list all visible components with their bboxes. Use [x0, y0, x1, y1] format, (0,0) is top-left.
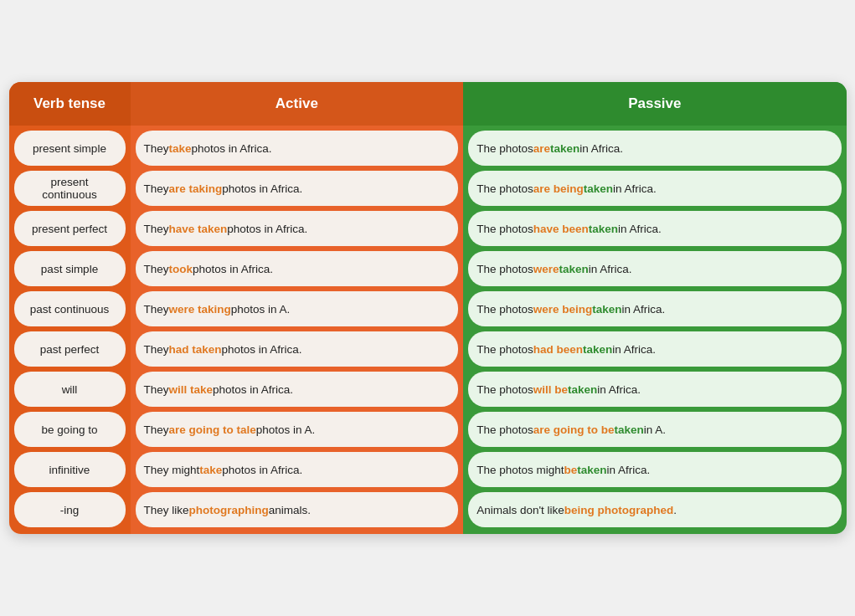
verb-tense-header: Verb tense — [9, 82, 131, 126]
passive-cell: The photos are taken in Africa. — [468, 131, 841, 166]
active-cell: They had taken photos in Africa. — [136, 331, 459, 367]
verb-tense-cell: past perfect — [14, 331, 126, 367]
active-header: Active — [131, 82, 464, 126]
passive-cell: The photos had been taken in Africa. — [468, 331, 841, 367]
verb-tense-cell: be going to — [14, 412, 126, 447]
passive-cell: The photos are being taken in Africa. — [468, 171, 841, 206]
active-cell: They like photographing animals. — [136, 492, 459, 527]
active-cells: They take photos in Africa.They are taki… — [131, 126, 464, 534]
verb-tense-cell: -ing — [14, 492, 126, 527]
verb-tense-cell: present continuous — [14, 171, 126, 206]
passive-cell: The photos might be taken in Africa. — [468, 452, 841, 487]
active-cell: They took photos in Africa. — [136, 251, 459, 286]
verb-tense-cell: will — [14, 372, 126, 407]
active-column: Active They take photos in Africa.They a… — [131, 82, 464, 534]
passive-header: Passive — [463, 82, 846, 126]
passive-cell: The photos were taken in Africa. — [468, 251, 841, 286]
verb-tense-cell: present simple — [14, 131, 126, 166]
active-cell: They might take photos in Africa. — [136, 452, 459, 487]
active-cell: They will take photos in Africa. — [136, 372, 459, 407]
active-cell: They are going to tale photos in A. — [136, 412, 459, 447]
passive-cell: The photos are going to be taken in A. — [468, 412, 841, 447]
grammar-table: Verb tense present simplepresent continu… — [9, 82, 847, 534]
verb-tense-cells: present simplepresent continuouspresent … — [9, 126, 131, 534]
active-cell: They take photos in Africa. — [136, 131, 459, 166]
passive-cell: The photos were being taken in Africa. — [468, 291, 841, 326]
active-cell: They have taken photos in Africa. — [136, 211, 459, 246]
passive-cell: The photos will be taken in Africa. — [468, 372, 841, 407]
passive-cells: The photos are taken in Africa.The photo… — [463, 126, 846, 534]
passive-column: Passive The photos are taken in Africa.T… — [463, 82, 846, 534]
verb-tense-column: Verb tense present simplepresent continu… — [9, 82, 131, 534]
verb-tense-cell: present perfect — [14, 211, 126, 246]
verb-tense-cell: infinitive — [14, 452, 126, 487]
verb-tense-cell: past continuous — [14, 291, 126, 326]
passive-cell: The photos have been taken in Africa. — [468, 211, 841, 246]
active-cell: They were taking photos in A. — [136, 291, 459, 326]
passive-cell: Animals don't like being photographed. — [468, 492, 841, 527]
verb-tense-cell: past simple — [14, 251, 126, 286]
active-cell: They are taking photos in Africa. — [136, 171, 459, 206]
